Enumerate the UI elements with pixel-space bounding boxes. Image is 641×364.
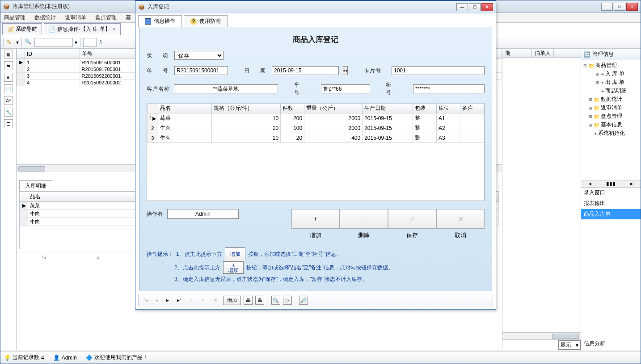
docno-input[interactable]	[174, 66, 228, 75]
add-label: 增加	[291, 229, 340, 239]
nav-prev[interactable]: ◂	[93, 255, 101, 261]
dropdown-caret[interactable]: ▾	[75, 39, 77, 46]
tree-node[interactable]: ⊞出 库 单	[595, 78, 639, 87]
cancel-button[interactable]: ✕	[436, 209, 485, 229]
table-row[interactable]: 2牛肉2010020002015-09-15整A2	[148, 123, 484, 133]
col-header[interactable]: 重量（公斤）	[304, 104, 363, 113]
bb-search-icon[interactable]: 🔎	[299, 296, 308, 305]
right-panel: 🔄 管理信息 ⊟商品管理 ⊞入 库 单 ⊞出 库 单 商品明细 ⊞数据统计 ⊞返…	[581, 49, 641, 350]
bb-nav-last[interactable]: ▸ꜜ	[174, 297, 184, 303]
menu-item[interactable]: 盘点管理	[95, 14, 117, 21]
tree-node[interactable]: ⊞返审消单	[588, 104, 639, 112]
tip-text: 2、点击此提示上方	[174, 262, 220, 273]
iconbar-item[interactable]: 🔧	[4, 108, 13, 117]
table-row[interactable]: 3牛肉20204002015-09-15整A3	[148, 133, 484, 143]
col-header[interactable]: ID	[25, 49, 80, 59]
bb-print-icon[interactable]: 🖶	[244, 296, 253, 305]
iconbar-item[interactable]: ☰	[4, 119, 13, 128]
col-header[interactable]: 期	[502, 49, 532, 57]
tip-prefix: 操作提示：	[147, 249, 173, 260]
tab-label: 信息操作-【入 库 单】	[57, 25, 110, 33]
status-select[interactable]: 保存	[174, 51, 224, 60]
tree-node[interactable]: ⊟商品管理	[583, 61, 639, 70]
col-header[interactable]: 库位	[437, 104, 460, 113]
show-select[interactable]: 显示 ▾	[558, 340, 581, 350]
help-icon	[190, 18, 197, 25]
tree-node[interactable]: ⊞入 库 单	[595, 70, 639, 78]
bb-nav-canc[interactable]: ✕	[211, 297, 220, 303]
bb-nav-first[interactable]: ꜛ◂	[140, 297, 150, 303]
modal-close-button[interactable]: ✕	[481, 3, 493, 11]
carno-input[interactable]	[321, 84, 370, 93]
iconbar-item[interactable]: 📄	[4, 84, 13, 93]
col-header[interactable]: 包装	[413, 104, 437, 113]
menu-item[interactable]: 基	[126, 14, 131, 21]
tree-node[interactable]: 系统初始化	[588, 129, 639, 138]
nav-first[interactable]: ꜛ◂	[39, 255, 49, 261]
bb-nav-conf[interactable]: ✓	[198, 297, 208, 303]
bb-nav-prev[interactable]: ◂	[153, 297, 161, 303]
filter-input[interactable]	[83, 38, 97, 47]
minimize-button[interactable]: —	[601, 3, 613, 11]
iconbar-item[interactable]: ≡	[4, 73, 13, 82]
tip-add-button[interactable]: 增加	[225, 247, 245, 261]
menu-item[interactable]: 数据统计	[34, 14, 56, 21]
tree-node[interactable]: ⊞数据统计	[588, 95, 639, 104]
tab-system-nav[interactable]: 🧭 系统导航	[2, 23, 42, 35]
bb-preview-icon[interactable]: 🔍	[271, 296, 280, 305]
delete-button[interactable]: －	[340, 209, 388, 229]
menu-item[interactable]: 返审消单	[65, 14, 86, 21]
col-header[interactable]: 备注	[460, 104, 484, 113]
iconbar-item[interactable]: ▦	[4, 50, 13, 59]
dropdown-caret[interactable]: ▾	[16, 39, 19, 46]
col-header[interactable]: 消单人	[532, 49, 554, 57]
edit-icon[interactable]	[6, 38, 14, 46]
date-picker-button[interactable]: ⠿▾	[342, 66, 348, 75]
modal-tab-info[interactable]: 信息操作	[138, 15, 182, 27]
tab-info-op[interactable]: 📄 信息操作-【入 库 单】 ✕	[44, 23, 121, 35]
tree-hscroll[interactable]: ◂▮▮▮▸	[581, 180, 641, 187]
date-input[interactable]	[272, 66, 339, 75]
search-input[interactable]	[34, 38, 73, 47]
iconbar-item[interactable]: ⇆	[4, 61, 13, 70]
hscrollbar[interactable]	[502, 332, 581, 339]
tree-node[interactable]: 商品明细	[595, 87, 639, 95]
detail-tab[interactable]: 入库明细	[19, 180, 52, 191]
iconbar-item[interactable]: Aᵇ	[4, 96, 13, 105]
card-input[interactable]	[392, 66, 485, 75]
lbl-card: 卡片号	[364, 67, 388, 75]
col-header[interactable]: 生产日期	[363, 104, 413, 113]
apply-icon[interactable]: ⇩	[98, 39, 103, 46]
maximize-button[interactable]: ☐	[614, 3, 625, 11]
item-grid[interactable]: 品名 规格（公斤/件） 件数 重量（公斤） 生产日期 包装 库位 备注 1▶蔬菜…	[147, 103, 485, 201]
close-button[interactable]: ✕	[626, 3, 638, 11]
list-item[interactable]: 录入窗口	[581, 188, 641, 198]
modal-minimize-button[interactable]: —	[456, 3, 468, 11]
tip-add-stack-button[interactable]: ＋增加	[223, 261, 244, 274]
tree-node[interactable]: ⊞盘点管理	[588, 112, 639, 121]
save-button[interactable]: ✓	[388, 209, 436, 229]
table-row[interactable]: 1▶蔬菜1020020002015-09-15整A1	[148, 113, 484, 123]
menu-item[interactable]: 商品管理	[4, 14, 25, 21]
modal-tab-guide[interactable]: 使用指南	[184, 15, 228, 27]
bb-play-icon[interactable]: ▷	[283, 296, 292, 305]
col-header[interactable]: 规格（公斤/件）	[211, 104, 281, 113]
add-button[interactable]: ＋	[291, 209, 340, 229]
customer-input[interactable]	[174, 84, 278, 93]
list-item[interactable]: 报表输出	[581, 198, 641, 209]
tab-icon: 🧭	[7, 26, 14, 33]
modal-maximize-button[interactable]: ☐	[469, 3, 481, 11]
cabinet-input[interactable]	[413, 84, 485, 93]
col-header[interactable]: 品名	[158, 104, 211, 113]
search-icon[interactable]	[25, 38, 33, 46]
refresh-icon[interactable]: 🔄	[584, 51, 590, 58]
list-item[interactable]: 商品入库单	[581, 209, 641, 220]
bb-print2-icon[interactable]: 🖶	[255, 296, 264, 305]
current-user: Admin	[62, 355, 77, 361]
close-tab-icon[interactable]: ✕	[112, 27, 116, 32]
col-header[interactable]: 件数	[281, 104, 304, 113]
tree-node[interactable]: ⊞基本信息	[588, 121, 639, 129]
bb-nav-del[interactable]: −	[187, 297, 195, 303]
bb-nav-next[interactable]: ▸	[164, 297, 172, 303]
bb-add-button[interactable]: 增加	[223, 296, 241, 305]
